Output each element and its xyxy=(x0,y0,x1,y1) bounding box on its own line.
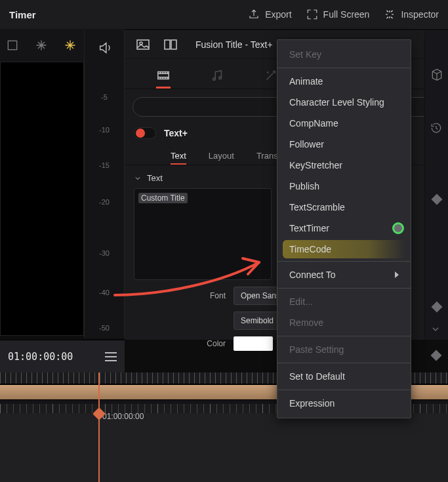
timeline-toolbar: 01:00:00:00 xyxy=(0,340,125,372)
menu-connect-to[interactable]: Connect To xyxy=(277,264,411,285)
menu-separator xyxy=(277,390,411,390)
textplus-toggle[interactable] xyxy=(134,127,156,139)
menu-char-styling[interactable]: Character Level Styling xyxy=(277,92,411,113)
color-sparkle-tool[interactable] xyxy=(62,37,79,54)
svg-rect-3 xyxy=(165,40,170,49)
inspector-icon xyxy=(384,9,396,20)
svg-point-7 xyxy=(219,77,222,79)
keyframe-column xyxy=(424,30,448,340)
chevron-down-icon xyxy=(134,174,142,182)
menu-animate[interactable]: Animate xyxy=(277,71,411,92)
meter-tick: -20 xyxy=(85,198,124,206)
split-icon[interactable] xyxy=(163,37,178,52)
menu-compname[interactable]: CompName xyxy=(277,113,411,134)
menu-separator xyxy=(277,288,411,289)
font-value: Open Sans xyxy=(241,291,280,300)
menu-separator xyxy=(277,363,411,363)
project-title: Timer xyxy=(9,9,36,20)
color-swatch[interactable] xyxy=(234,336,273,351)
context-menu: Set Key Animate Character Level Styling … xyxy=(277,39,411,418)
menu-texttimer[interactable]: TextTimer xyxy=(277,218,411,239)
svg-rect-0 xyxy=(8,41,16,49)
image-icon[interactable] xyxy=(135,37,151,52)
chevron-right-icon xyxy=(395,271,399,278)
tab-audio[interactable] xyxy=(210,68,224,89)
annotation-marker-icon xyxy=(392,222,404,234)
sparkle-tool[interactable] xyxy=(33,37,50,54)
weight-value: Semibold xyxy=(241,316,274,325)
top-bar: Timer Export Full Screen Inspector xyxy=(0,0,448,29)
menu-texttimer-label: TextTimer xyxy=(289,223,329,233)
meter-tick: -10 xyxy=(85,126,124,134)
color-label: Color xyxy=(134,339,226,348)
timecode-display[interactable]: 01:00:00:00 xyxy=(8,351,73,363)
cube-icon[interactable] xyxy=(430,68,443,83)
export-label: Export xyxy=(265,9,291,20)
audio-icon[interactable] xyxy=(98,41,112,57)
tab-effects[interactable] xyxy=(264,68,278,89)
meter-tick: -5 xyxy=(85,93,124,101)
menu-connect-to-label: Connect To xyxy=(289,270,336,280)
menu-separator xyxy=(277,68,411,68)
export-icon xyxy=(248,9,260,20)
font-label: Font xyxy=(134,291,226,300)
menu-edit: Edit... xyxy=(277,291,411,312)
menu-remove: Remove xyxy=(277,312,411,333)
menu-set-key: Set Key xyxy=(277,44,411,65)
tab-video[interactable] xyxy=(156,68,171,89)
menu-follower[interactable]: Follower xyxy=(277,134,411,155)
menu-separator xyxy=(277,336,411,336)
inspector-button[interactable]: Inspector xyxy=(384,9,439,20)
timeline-menu-button[interactable] xyxy=(105,352,117,361)
inspector-label: Inspector xyxy=(401,9,439,20)
viewer-panel[interactable] xyxy=(0,62,84,336)
viewer-tool-1[interactable] xyxy=(4,37,21,54)
meter-tick: -30 xyxy=(85,249,124,257)
chevron-down-icon[interactable] xyxy=(430,324,441,336)
keyframe-diamond[interactable] xyxy=(432,302,443,313)
fullscreen-button[interactable]: Full Screen xyxy=(306,9,370,20)
meter-tick: -15 xyxy=(85,161,124,169)
meter-tick: -50 xyxy=(85,324,124,332)
menu-paste-setting: Paste Setting xyxy=(277,339,411,360)
keyframe-diamond[interactable] xyxy=(432,194,443,205)
text-section-label: Text xyxy=(147,173,163,183)
fullscreen-label: Full Screen xyxy=(323,9,370,20)
topbar-right: Export Full Screen Inspector xyxy=(248,9,439,20)
export-button[interactable]: Export xyxy=(248,9,291,20)
text-input[interactable]: Custom Title xyxy=(134,188,272,280)
audio-meter: -5 -10 -15 -20 -30 -40 -50 xyxy=(84,30,125,338)
svg-rect-1 xyxy=(137,40,149,49)
meter-tick: -40 xyxy=(85,289,124,296)
text-value: Custom Title xyxy=(138,193,188,203)
subtab-layout[interactable]: Layout xyxy=(209,151,234,165)
fullscreen-icon xyxy=(306,9,318,20)
menu-textscramble[interactable]: TextScramble xyxy=(277,197,411,218)
inspector-clip-title: Fusion Title - Text+ xyxy=(195,39,273,50)
timeline-tracks-area[interactable] xyxy=(0,413,448,482)
subtab-text[interactable]: Text xyxy=(171,151,186,165)
menu-publish[interactable]: Publish xyxy=(277,176,411,197)
menu-separator xyxy=(277,261,411,262)
playhead[interactable] xyxy=(98,372,100,482)
toggle-knob xyxy=(136,129,145,138)
svg-rect-4 xyxy=(171,40,176,49)
textplus-label: Text+ xyxy=(164,128,188,138)
menu-expression[interactable]: Expression xyxy=(277,393,411,414)
history-icon[interactable] xyxy=(430,122,442,136)
menu-set-default[interactable]: Set to Default xyxy=(277,366,411,387)
svg-point-6 xyxy=(213,78,216,81)
playhead-timecode: 01:00:00:00 xyxy=(102,412,144,421)
menu-keystretcher[interactable]: KeyStretcher xyxy=(277,155,411,176)
menu-timecode[interactable]: TimeCode xyxy=(283,240,405,258)
